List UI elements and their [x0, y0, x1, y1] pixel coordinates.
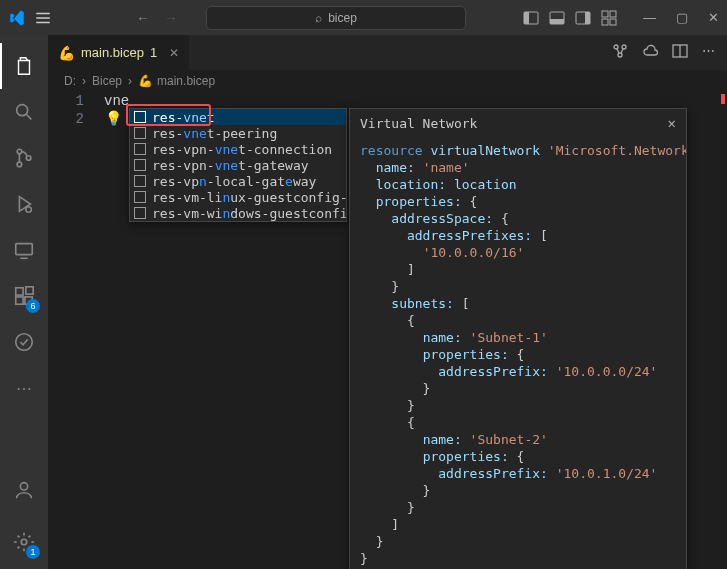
- svg-rect-7: [610, 11, 616, 17]
- bicep-file-icon: 💪: [58, 45, 75, 61]
- minimize-icon[interactable]: ―: [643, 10, 656, 25]
- activity-explorer-icon[interactable]: [0, 43, 48, 89]
- details-body: resource virtualNetwork 'Microsoft.Netwo…: [350, 138, 686, 567]
- svg-rect-6: [602, 11, 608, 17]
- nav-arrows: ← →: [136, 10, 178, 26]
- code-line: vne: [104, 92, 129, 110]
- close-icon[interactable]: ✕: [668, 115, 676, 132]
- visualize-icon[interactable]: [612, 43, 628, 62]
- line-number: 1: [48, 92, 84, 110]
- snippet-icon: [134, 191, 146, 203]
- tab-label: main.bicep: [81, 45, 144, 60]
- svg-rect-5: [585, 12, 590, 24]
- details-title: Virtual Network: [360, 115, 477, 132]
- activity-more-icon[interactable]: ⋯: [0, 365, 48, 411]
- settings-badge: 1: [26, 545, 40, 559]
- breadcrumb-item[interactable]: Bicep: [92, 74, 122, 88]
- window-controls: ― ▢ ✕: [643, 10, 719, 25]
- breadcrumb-item[interactable]: D:: [64, 74, 76, 88]
- activity-extensions-icon[interactable]: 6: [0, 273, 48, 319]
- more-actions-icon[interactable]: ⋯: [702, 43, 715, 62]
- nav-forward-icon[interactable]: →: [164, 10, 178, 26]
- snippet-icon: [134, 207, 146, 219]
- svg-point-11: [17, 149, 22, 154]
- search-icon: ⌕: [315, 11, 322, 25]
- editor-actions: ⋯: [600, 43, 727, 62]
- line-number: 2: [48, 110, 84, 128]
- activity-source-control-icon[interactable]: [0, 135, 48, 181]
- svg-point-13: [26, 156, 31, 161]
- toggle-secondary-sidebar-icon[interactable]: [575, 10, 591, 26]
- tab-close-icon[interactable]: ✕: [169, 46, 179, 60]
- suggestion-item[interactable]: res-vnet: [130, 109, 346, 125]
- snippet-icon: [134, 111, 146, 123]
- suggestion-item[interactable]: res-vpn-vnet-gateway: [130, 157, 346, 173]
- chevron-right-icon: ›: [82, 74, 86, 88]
- svg-point-22: [21, 539, 27, 545]
- maximize-icon[interactable]: ▢: [676, 10, 688, 25]
- split-editor-icon[interactable]: [672, 43, 688, 62]
- nav-back-icon[interactable]: ←: [136, 10, 150, 26]
- activity-bar: 6 ⋯ 1: [0, 35, 48, 569]
- svg-point-23: [614, 45, 618, 49]
- svg-point-10: [17, 105, 28, 116]
- activity-search-icon[interactable]: [0, 89, 48, 135]
- layout-controls: [523, 10, 617, 26]
- tab-dirty-indicator: 1: [150, 45, 157, 60]
- svg-point-21: [20, 483, 27, 490]
- overview-ruler-error: [721, 94, 725, 104]
- activity-testing-icon[interactable]: [0, 319, 48, 365]
- svg-rect-15: [16, 244, 33, 255]
- toggle-panel-icon[interactable]: [549, 10, 565, 26]
- editor-tabs: 💪 main.bicep 1 ✕ ⋯: [48, 35, 727, 70]
- snippet-icon: [134, 143, 146, 155]
- snippet-icon: [134, 159, 146, 171]
- activity-accounts-icon[interactable]: [0, 467, 48, 513]
- suggestion-item[interactable]: res-vm-windows-guestconfi…: [130, 205, 346, 221]
- close-icon[interactable]: ✕: [708, 10, 719, 25]
- menu-icon[interactable]: [34, 9, 52, 27]
- toggle-primary-sidebar-icon[interactable]: [523, 10, 539, 26]
- svg-point-24: [622, 45, 626, 49]
- svg-rect-3: [550, 19, 564, 24]
- suggestion-details: Virtual Network ✕ resource virtualNetwor…: [349, 108, 687, 569]
- command-center-search[interactable]: ⌕ bicep: [206, 6, 466, 30]
- tab-main-bicep[interactable]: 💪 main.bicep 1 ✕: [48, 35, 190, 70]
- lightbulb-icon[interactable]: 💡: [105, 110, 122, 126]
- snippet-icon: [134, 175, 146, 187]
- breadcrumbs[interactable]: D: › Bicep › 💪main.bicep: [48, 70, 727, 92]
- svg-point-14: [26, 207, 32, 213]
- svg-point-12: [17, 162, 22, 167]
- svg-point-25: [618, 53, 622, 57]
- svg-rect-9: [610, 19, 616, 25]
- cloud-icon[interactable]: [642, 43, 658, 62]
- extensions-badge: 6: [26, 299, 40, 313]
- suggestion-item[interactable]: res-vpn-vnet-connection: [130, 141, 346, 157]
- activity-debug-icon[interactable]: [0, 181, 48, 227]
- svg-rect-8: [602, 19, 608, 25]
- svg-rect-1: [524, 12, 529, 24]
- title-bar: ← → ⌕ bicep ― ▢ ✕: [0, 0, 727, 35]
- svg-rect-16: [16, 288, 23, 295]
- search-text: bicep: [328, 11, 357, 25]
- activity-settings-icon[interactable]: 1: [0, 519, 48, 565]
- suggestion-item[interactable]: res-vnet-peering: [130, 125, 346, 141]
- line-gutter: 1 2: [48, 92, 98, 569]
- intellisense-popup[interactable]: res-vnet res-vnet-peering res-vpn-vnet-c…: [129, 108, 347, 222]
- svg-rect-17: [16, 297, 23, 304]
- breadcrumb-item[interactable]: 💪main.bicep: [138, 74, 215, 88]
- chevron-right-icon: ›: [128, 74, 132, 88]
- snippet-icon: [134, 127, 146, 139]
- vscode-logo-icon: [8, 9, 26, 27]
- svg-point-20: [16, 334, 33, 351]
- svg-rect-19: [26, 287, 33, 294]
- suggestion-item[interactable]: res-vpn-local-gateway: [130, 173, 346, 189]
- bicep-file-icon: 💪: [138, 74, 153, 88]
- details-header: Virtual Network ✕: [350, 109, 686, 138]
- suggestion-item[interactable]: res-vm-linux-guestconfig-…: [130, 189, 346, 205]
- customize-layout-icon[interactable]: [601, 10, 617, 26]
- activity-remote-icon[interactable]: [0, 227, 48, 273]
